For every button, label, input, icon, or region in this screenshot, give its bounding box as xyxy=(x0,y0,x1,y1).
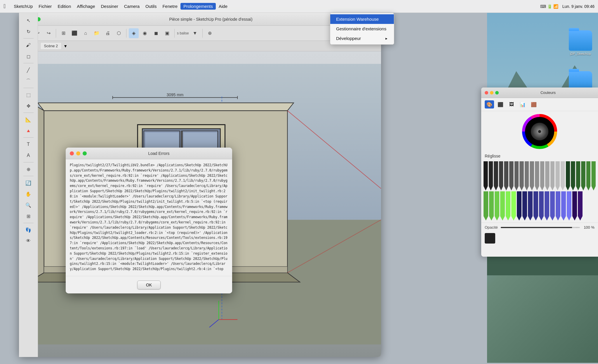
tool-push[interactable]: ⬚ xyxy=(22,90,34,100)
tool-folder[interactable]: 📁 xyxy=(92,28,102,38)
tool-rotate[interactable]: ↻ xyxy=(22,26,34,37)
pencil-10[interactable] xyxy=(530,161,534,190)
tool-wireframe[interactable]: ▣ xyxy=(162,28,172,38)
tool-erase[interactable]: ◻ xyxy=(22,51,34,62)
tool-orbit[interactable]: 🔄 xyxy=(22,178,34,188)
pencil-11[interactable] xyxy=(535,161,539,190)
pencil-b1[interactable] xyxy=(517,191,521,220)
apple-menu[interactable]:  xyxy=(4,3,6,10)
pencil-9[interactable] xyxy=(525,161,529,190)
tool-pan[interactable]: ✋ xyxy=(22,189,34,199)
tool-section[interactable]: ⊕ xyxy=(22,164,34,174)
pencil-b8[interactable] xyxy=(556,191,560,220)
tool-lookaround[interactable]: 👁 xyxy=(22,236,34,246)
pencil-p2[interactable] xyxy=(578,191,583,220)
menu-prolongements[interactable]: Prolongements xyxy=(180,3,216,10)
pencil-12[interactable] xyxy=(540,161,545,190)
tool-camera1[interactable]: ⊞ xyxy=(58,28,68,38)
pencil-2[interactable] xyxy=(489,161,493,190)
dialog-close[interactable] xyxy=(70,151,74,155)
pencil-g3[interactable] xyxy=(576,161,580,190)
couleurs-close[interactable] xyxy=(485,91,488,94)
dialog-error-text[interactable]: Plugins/twilight2/27/TwilightLibV2.bundl… xyxy=(70,163,228,272)
pencil-8[interactable] xyxy=(519,161,524,190)
menu-camera[interactable]: Camera xyxy=(121,3,142,10)
tool-redo[interactable]: ↪ xyxy=(44,28,53,38)
menu-outils[interactable]: Outils xyxy=(142,3,159,10)
tool-measure[interactable]: ⊕ xyxy=(205,28,215,38)
tool-move[interactable]: ✥ xyxy=(22,101,34,111)
pencil-13[interactable] xyxy=(545,161,550,190)
dropdown-extension-warehouse[interactable]: Extension Warehouse xyxy=(330,14,394,24)
tool-camera2[interactable]: ⬛ xyxy=(69,28,79,38)
tool-paint[interactable]: 🖌 xyxy=(22,40,34,50)
pencil-7[interactable] xyxy=(514,161,519,190)
couleurs-slider-btn[interactable]: 📊 xyxy=(518,100,527,108)
pencil-b3[interactable] xyxy=(528,191,533,220)
pencil-1[interactable] xyxy=(484,161,488,190)
tool-view[interactable]: ◉ xyxy=(140,28,150,38)
opacity-slider[interactable] xyxy=(501,227,580,228)
tool-zoomextent[interactable]: ⊞ xyxy=(22,211,34,221)
pencil-b2[interactable] xyxy=(522,191,527,220)
dropdown-gestionnaire[interactable]: Gestionnaire d'extensions xyxy=(330,24,394,34)
pencil-g9[interactable] xyxy=(495,191,499,220)
menu-fenetre[interactable]: Fenetre xyxy=(159,3,180,10)
tool-xray[interactable]: ◈ xyxy=(129,28,139,38)
pencil-g8[interactable] xyxy=(489,191,494,220)
color-wheel[interactable] xyxy=(522,114,557,149)
pencil-b10[interactable] xyxy=(567,191,571,220)
tool-arc[interactable]: ⌒ xyxy=(22,76,34,86)
couleurs-image-btn[interactable]: 🖼 xyxy=(507,100,516,108)
pencil-6[interactable] xyxy=(509,161,514,190)
menu-edition[interactable]: Edition xyxy=(55,3,74,10)
tool-home[interactable]: ⌂ xyxy=(81,28,91,38)
tool-solid[interactable]: ◼ xyxy=(151,28,161,38)
pencil-g10[interactable] xyxy=(500,191,505,220)
dialog-ok-button[interactable]: OK xyxy=(137,281,161,289)
couleurs-texture-btn[interactable]: 🟫 xyxy=(529,100,538,108)
pencil-5[interactable] xyxy=(504,161,508,190)
tool-line[interactable]: ╱ xyxy=(22,65,34,75)
tool-print[interactable]: 🖨 xyxy=(103,28,113,38)
tool-protractor[interactable]: 🔺 xyxy=(22,125,34,136)
pencil-g6[interactable] xyxy=(591,161,596,190)
sketchup-canvas[interactable]: 3095 mm xyxy=(19,51,381,357)
couleurs-grid-btn[interactable]: ⬛ xyxy=(496,100,505,108)
couleurs-wheel-btn[interactable]: 🎨 xyxy=(485,100,494,108)
pencil-g4[interactable] xyxy=(581,161,585,190)
couleurs-minimize[interactable] xyxy=(490,91,493,94)
tool-share[interactable]: ⬡ xyxy=(114,28,124,38)
pencil-g5[interactable] xyxy=(586,161,591,190)
pencil-g7[interactable] xyxy=(484,191,488,220)
tool-zoom[interactable]: 🔍 xyxy=(22,200,34,210)
menu-dessiner[interactable]: Dessiner xyxy=(98,3,121,10)
tab-scene2[interactable]: Scène 2 xyxy=(40,42,62,50)
tool-select[interactable]: ↖ xyxy=(22,15,34,26)
desktop-folder-1[interactable]: jDP_SketchUp xyxy=(569,30,592,55)
axis-dropdown[interactable]: ▼ xyxy=(190,28,200,38)
pencil-g12[interactable] xyxy=(511,191,516,220)
tool-3dtext[interactable]: A xyxy=(22,150,34,161)
pencil-15[interactable] xyxy=(555,161,560,190)
pencil-14[interactable] xyxy=(550,161,555,190)
menu-fichier[interactable]: Fichier xyxy=(36,3,55,10)
tab-add[interactable]: ▼ xyxy=(63,44,67,48)
pencil-g11[interactable] xyxy=(506,191,510,220)
couleurs-zoom[interactable] xyxy=(495,91,499,94)
pencil-b4[interactable] xyxy=(533,191,538,220)
pencil-p1[interactable] xyxy=(572,191,577,220)
pencil-4[interactable] xyxy=(499,161,503,190)
menu-sketchup[interactable]: SketchUp xyxy=(11,3,36,10)
color-swatch[interactable] xyxy=(485,233,495,244)
menu-affichage[interactable]: Affichage xyxy=(74,3,98,10)
tool-tape[interactable]: 📐 xyxy=(22,114,34,125)
tool-walk[interactable]: 👣 xyxy=(22,225,34,235)
dropdown-developpeur[interactable]: Développeur ► xyxy=(330,34,394,43)
pencil-b5[interactable] xyxy=(539,191,544,220)
pencil-b9[interactable] xyxy=(561,191,566,220)
dialog-expand[interactable] xyxy=(83,151,87,155)
pencil-b7[interactable] xyxy=(550,191,555,220)
dialog-minimize[interactable] xyxy=(76,151,80,155)
pencil-b6[interactable] xyxy=(545,191,549,220)
